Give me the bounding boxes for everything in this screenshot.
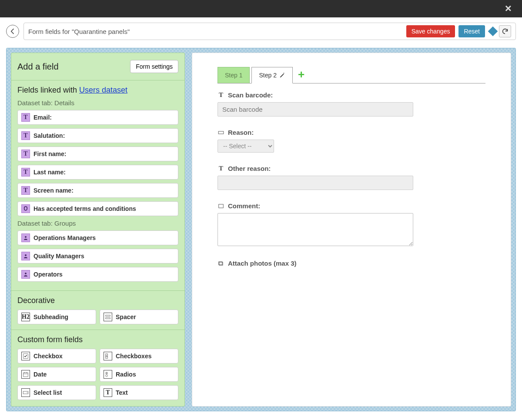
title-bar: × — [0, 0, 522, 17]
svg-rect-4 — [106, 318, 110, 319]
field-radios[interactable]: Radios — [100, 367, 178, 382]
tabs-row: Step 1 Step 2 + — [218, 67, 485, 83]
custom-fields-title: Custom form fields — [17, 335, 178, 344]
tab-label: Step 1 — [225, 72, 242, 79]
svg-rect-3 — [106, 315, 110, 316]
left-panel: Add a field Form settings Fields linked … — [11, 53, 185, 407]
field-email[interactable]: TEmail: — [17, 110, 178, 125]
svg-rect-16 — [218, 131, 224, 134]
svg-point-14 — [106, 375, 108, 377]
field-reason: Reason: -- Select -- — [218, 129, 485, 153]
field-scan-barcode: T Scan barcode: — [218, 91, 485, 117]
field-last-name[interactable]: TLast name: — [17, 165, 178, 180]
checkboxes-icon — [104, 352, 112, 360]
header-box: Form fields for "Quarantine panels" Save… — [23, 23, 516, 40]
field-other-reason: T Other reason: — [218, 165, 485, 190]
page-title: Form fields for "Quarantine panels" — [28, 28, 406, 35]
radios-icon — [104, 370, 112, 379]
field-attach-photos: Attach photos (max 3) — [218, 260, 485, 267]
comment-textarea[interactable] — [218, 213, 413, 246]
person-icon — [21, 270, 30, 279]
back-button[interactable] — [6, 25, 19, 38]
linked-prefix: Fields linked with — [17, 86, 79, 94]
svg-rect-17 — [219, 204, 224, 207]
field-first-name[interactable]: TFirst name: — [17, 147, 178, 161]
field-checkbox[interactable]: Checkbox — [17, 349, 96, 363]
reason-select[interactable]: -- Select -- — [218, 140, 274, 153]
field-label: T Other reason: — [218, 165, 485, 172]
fingerprint-icon — [21, 204, 30, 213]
field-screen-name[interactable]: TScreen name: — [17, 183, 178, 198]
text-icon: T — [21, 113, 30, 122]
linked-fields-section: Fields linked with Users dataset Dataset… — [11, 80, 184, 291]
linked-fields-title: Fields linked with Users dataset — [17, 86, 178, 95]
decorative-title: Decorative — [17, 296, 178, 305]
add-field-header: Add a field Form settings — [11, 53, 184, 80]
save-button[interactable]: Save changes — [406, 25, 455, 37]
text-icon: T — [218, 165, 224, 172]
svg-point-0 — [25, 236, 27, 238]
groups-tab-label: Dataset tab: Groups — [17, 220, 178, 227]
field-comment: Comment: — [218, 202, 485, 247]
header-toolbar: Form fields for "Quarantine panels" Save… — [0, 17, 522, 45]
field-ops-managers[interactable]: Operations Managers — [17, 230, 178, 245]
pencil-icon — [279, 72, 285, 78]
tab-step-2[interactable]: Step 2 — [251, 67, 292, 83]
scan-barcode-input[interactable] — [218, 102, 413, 117]
close-icon[interactable]: × — [505, 3, 512, 14]
svg-point-13 — [106, 373, 107, 373]
h2-icon: H2 — [21, 313, 30, 321]
form-settings-button[interactable]: Form settings — [130, 60, 178, 73]
text-icon: T — [21, 150, 30, 158]
field-spacer[interactable]: Spacer — [100, 310, 178, 324]
field-subheading[interactable]: H2Subheading — [17, 310, 96, 324]
select-icon — [218, 129, 224, 136]
field-operators[interactable]: Operators — [17, 267, 178, 282]
calendar-icon — [21, 370, 30, 379]
textarea-icon — [218, 203, 224, 210]
add-field-title: Add a field — [17, 62, 59, 72]
add-tab-button[interactable]: + — [294, 68, 307, 83]
dataset-link[interactable]: Users dataset — [79, 86, 127, 94]
custom-fields-section: Custom form fields Checkbox Checkboxes D… — [11, 330, 184, 405]
field-salutation[interactable]: TSalutation: — [17, 128, 178, 143]
field-quality-managers[interactable]: Quality Managers — [17, 249, 178, 263]
other-reason-input[interactable] — [218, 176, 413, 190]
tab-label: Step 2 — [259, 72, 276, 79]
text-icon: T — [21, 186, 30, 195]
details-tab-label: Dataset tab: Details — [17, 99, 178, 107]
refresh-icon — [502, 28, 509, 35]
left-scroll[interactable]: Add a field Form settings Fields linked … — [11, 53, 184, 406]
spacer-icon — [104, 313, 112, 321]
field-date[interactable]: Date — [17, 367, 96, 382]
field-label: Attach photos (max 3) — [218, 260, 485, 267]
text-icon: T — [104, 388, 112, 397]
arrow-left-icon — [9, 28, 16, 35]
tab-step-1[interactable]: Step 1 — [218, 67, 250, 83]
photos-icon — [218, 260, 224, 267]
text-icon: T — [218, 92, 224, 99]
text-icon: T — [21, 168, 30, 177]
svg-rect-8 — [23, 373, 28, 377]
person-icon — [21, 252, 30, 260]
details-fields-list: TEmail: TSalutation: TFirst name: TLast … — [17, 110, 178, 216]
form-preview-panel: Step 1 Step 2 + T Scan barcode: Reason: … — [192, 53, 511, 407]
field-label: Comment: — [218, 202, 485, 210]
field-checkboxes[interactable]: Checkboxes — [100, 349, 178, 363]
refresh-button[interactable] — [499, 25, 511, 37]
field-label: Reason: — [218, 129, 485, 136]
text-icon: T — [21, 131, 30, 140]
svg-point-1 — [25, 254, 27, 256]
groups-fields-list: Operations Managers Quality Managers Ope… — [17, 230, 178, 282]
field-label: T Scan barcode: — [218, 91, 485, 99]
field-text[interactable]: TText — [100, 385, 178, 400]
field-select-list[interactable]: Select list — [17, 385, 96, 400]
field-terms[interactable]: Has accepted terms and conditions — [17, 201, 178, 216]
svg-point-2 — [25, 273, 27, 274]
checkbox-icon — [21, 352, 30, 360]
select-icon — [21, 388, 30, 397]
org-logo-icon[interactable] — [488, 27, 498, 37]
person-icon — [21, 233, 30, 242]
reset-button[interactable]: Reset — [458, 25, 485, 37]
decorative-section: Decorative H2Subheading Spacer — [11, 291, 184, 330]
